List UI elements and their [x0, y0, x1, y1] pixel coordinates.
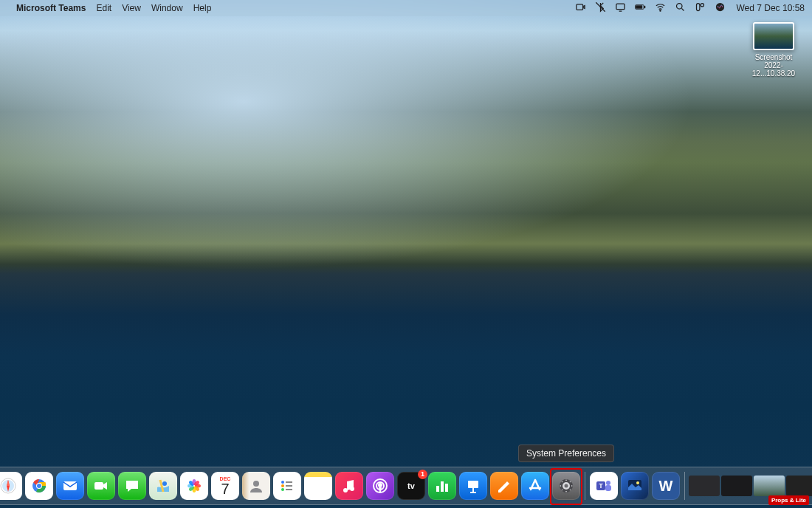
dock-minimized-window[interactable]	[786, 476, 812, 496]
svg-rect-59	[605, 485, 611, 491]
bluetooth-off-icon[interactable]	[595, 1, 606, 15]
svg-rect-49	[436, 486, 439, 492]
svg-point-48	[379, 484, 382, 487]
svg-point-40	[253, 481, 259, 487]
active-app-name[interactable]: Microsoft Teams	[16, 3, 86, 13]
svg-point-45	[350, 487, 354, 491]
menubar: Microsoft Teams Edit View Window Help We…	[0, 0, 812, 16]
dock-minimized-window[interactable]	[689, 476, 720, 496]
file-thumbnail	[753, 22, 794, 50]
file-name: Screenshot	[744, 53, 803, 61]
dock-reminders-icon[interactable]	[273, 472, 301, 500]
desktop-file-screenshot[interactable]: Screenshot 2022-12...10.38.20	[744, 22, 803, 78]
svg-point-5	[660, 10, 661, 11]
svg-rect-50	[441, 481, 444, 492]
dock-mail-icon[interactable]	[56, 472, 84, 500]
control-center-icon[interactable]	[695, 1, 706, 15]
dock-microsoft-teams-icon[interactable]: T	[590, 472, 618, 500]
dock-podcasts-icon[interactable]	[366, 472, 394, 500]
menu-edit[interactable]: Edit	[96, 3, 111, 13]
wifi-icon[interactable]	[655, 1, 666, 15]
dock-tv-icon[interactable]: tv1	[397, 472, 425, 500]
dock-minimized-window[interactable]	[721, 476, 752, 496]
dock-numbers-icon[interactable]	[428, 472, 456, 500]
svg-point-44	[343, 488, 348, 492]
dock-calendar-icon[interactable]: DEC7	[211, 472, 239, 500]
svg-rect-7	[697, 4, 700, 11]
dock-safari-icon[interactable]	[0, 472, 22, 500]
svg-rect-3	[644, 6, 645, 7]
siri-icon[interactable]	[715, 1, 726, 15]
file-detail: 2022-12...10.38.20	[744, 61, 803, 78]
svg-rect-29	[63, 481, 77, 490]
svg-point-43	[281, 488, 284, 491]
svg-rect-4	[636, 6, 642, 8]
display-icon[interactable]	[615, 1, 626, 15]
dock-keynote-icon[interactable]	[459, 472, 487, 500]
menu-view[interactable]: View	[122, 3, 141, 13]
svg-text:T: T	[599, 482, 603, 490]
dock-messages-icon[interactable]	[118, 472, 146, 500]
dock-pages-icon[interactable]	[490, 472, 518, 500]
dock-separator	[684, 472, 685, 500]
dock-preview-icon[interactable]	[621, 472, 649, 500]
annotation-highlight	[550, 468, 582, 505]
dock-microsoft-word-icon[interactable]: W	[652, 472, 680, 500]
svg-rect-30	[94, 482, 103, 490]
watermark-badge: Props & Lite	[768, 495, 809, 505]
dock-minimized-window[interactable]	[754, 476, 785, 496]
menu-window[interactable]: Window	[151, 3, 183, 13]
svg-point-61	[636, 481, 639, 484]
dock-separator	[585, 472, 585, 500]
svg-point-6	[677, 4, 683, 10]
dock-music-icon[interactable]	[335, 472, 363, 500]
dock-chrome-icon[interactable]	[25, 472, 53, 500]
svg-rect-52	[468, 481, 478, 488]
dock: DEC7tv1 TW	[0, 467, 812, 505]
svg-point-31	[162, 481, 167, 486]
menu-help[interactable]: Help	[193, 3, 212, 13]
dock-tooltip: System Preferences	[518, 444, 614, 462]
battery-icon[interactable]	[635, 1, 646, 15]
dock-app-store-icon[interactable]	[521, 472, 549, 500]
svg-point-8	[701, 4, 704, 7]
svg-point-42	[281, 484, 284, 487]
dock-facetime-icon[interactable]	[87, 472, 115, 500]
dock-notes-icon[interactable]	[304, 472, 332, 500]
svg-point-28	[37, 484, 41, 488]
status-area: Wed 7 Dec 10:58	[575, 1, 805, 15]
svg-rect-1	[616, 4, 625, 10]
spotlight-icon[interactable]	[675, 1, 686, 15]
svg-rect-0	[577, 4, 583, 10]
dock-photos-icon[interactable]	[180, 472, 208, 500]
svg-rect-51	[445, 484, 448, 492]
svg-point-41	[281, 481, 284, 484]
svg-point-58	[606, 481, 610, 485]
menubar-clock[interactable]: Wed 7 Dec 10:58	[736, 3, 805, 13]
dock-contacts-icon[interactable]	[242, 472, 270, 500]
dock-maps-icon[interactable]	[149, 472, 177, 500]
screen-record-icon[interactable]	[575, 1, 586, 15]
